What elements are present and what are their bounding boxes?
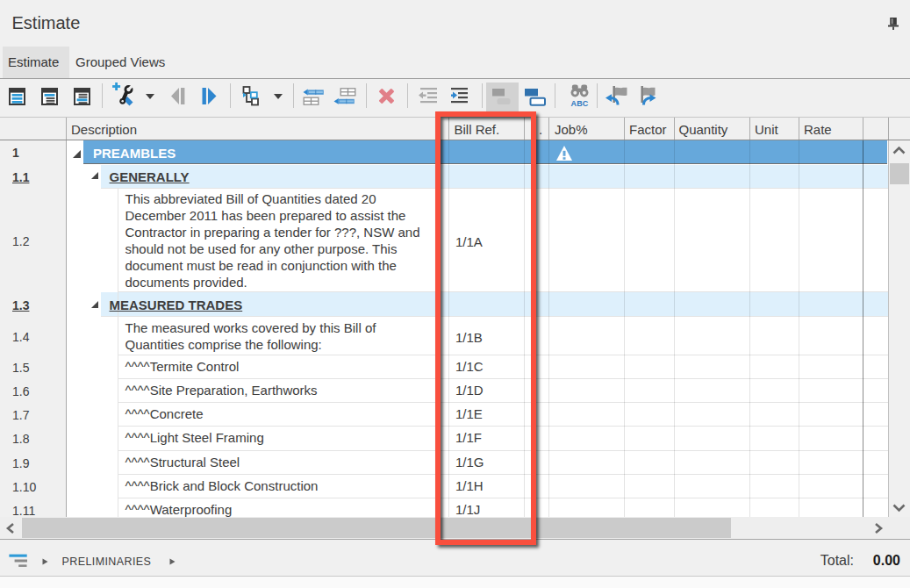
svg-text:ABC: ABC xyxy=(570,99,588,108)
